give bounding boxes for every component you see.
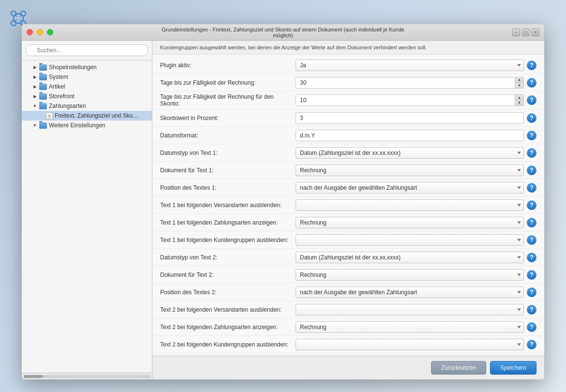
form-row-datumstyp-text1: Datumstyp von Text 1:Datum (Zahlungsziel… (152, 144, 544, 162)
form-label-position-text2: Position des Textes 2: (160, 289, 296, 296)
titlebar-close-icon[interactable]: × (532, 29, 539, 36)
select-zahlungsarten-text1[interactable]: Rechnung (296, 217, 524, 228)
input-skontowert[interactable] (296, 112, 524, 124)
select-zahlungsarten-text2[interactable]: Rechnung (296, 321, 524, 333)
select-datumstyp-text1[interactable]: Datum (Zahlungsziel ist der xx.xx.xxxx)A… (296, 147, 524, 159)
scrollbar-thumb[interactable] (24, 375, 43, 378)
sidebar-item-freitext[interactable]: ▤ Freitext, Zahlungsziel und Sko... (22, 111, 152, 121)
sidebar-item-zahlungsarten[interactable]: ▼ Zahlungsarten (22, 101, 152, 111)
spinner-input-tage-faelligkeit[interactable] (296, 77, 524, 89)
select-kundengruppen-text1[interactable] (296, 234, 524, 246)
form-row-tage-faelligkeit: Tage bis zur Fälligkeit der Rechnung:▲▼? (152, 74, 544, 91)
titlebar-window-controls: − □ × (512, 29, 539, 36)
form-row-dokument-text2: Dokument für Text 2:RechnungLieferschein… (152, 266, 544, 284)
select-wrap-datumstyp-text1: Datum (Zahlungsziel ist der xx.xx.xxxx)A… (296, 147, 524, 159)
form-row-versandarten-text1: Text 1 bei folgenden Versandarten ausble… (152, 196, 544, 214)
sidebar-item-storefront[interactable]: ▶ Storefront (22, 91, 152, 101)
select-position-text1[interactable]: nach der Ausgabe der gewählten Zahlungsa… (296, 182, 524, 194)
help-button-kundengruppen-text2[interactable]: ? (527, 340, 536, 349)
form-row-skontowert: Skontowert in Prozent:? (152, 109, 544, 127)
sidebar-item-system[interactable]: ▶ System (22, 72, 152, 82)
close-button[interactable] (27, 29, 33, 35)
help-button-skontowert[interactable]: ? (527, 113, 536, 123)
help-button-datumsformat[interactable]: ? (527, 131, 536, 140)
form-label-datumstyp-text2: Datumstyp von Text 2: (160, 254, 296, 261)
sidebar-item-artikel[interactable]: ▶ Artikel (22, 82, 152, 91)
help-button-plugin-aktiv[interactable]: ? (527, 60, 536, 70)
form-label-zahlungsarten-text2: Text 2 bei folgenden Zahlungsarten anzei… (160, 324, 296, 331)
minimize-button[interactable] (37, 29, 43, 35)
main-window: Grundeinstellungen - Freitext, Zahlungsz… (22, 24, 544, 379)
titlebar-restore-icon[interactable]: □ (522, 29, 530, 36)
form-label-kundengruppen-text1: Text 1 bei folgenden Kundengruppen ausbl… (160, 237, 296, 243)
maximize-button[interactable] (47, 29, 53, 35)
form-row-tage-skonto: Tage bis zur Fälligkeit der Rechnung für… (152, 91, 544, 109)
help-button-dokument-text2[interactable]: ? (527, 270, 536, 280)
form-label-tage-faelligkeit: Tage bis zur Fälligkeit der Rechnung: (160, 79, 296, 86)
expander-icon: ▼ (31, 103, 38, 109)
help-button-dokument-text1[interactable]: ? (527, 166, 536, 175)
sidebar-item-shopeinstellungen[interactable]: ▶ Shopeinstellungen (22, 62, 152, 72)
select-kundengruppen-text2[interactable] (296, 339, 524, 350)
select-dokument-text1[interactable]: RechnungLieferscheinAngebot (296, 165, 524, 176)
select-versandarten-text1[interactable] (296, 199, 524, 211)
select-wrap-datumstyp-text2: Datum (Zahlungsziel ist der xx.xx.xxxx)A… (296, 252, 524, 263)
select-wrap-position-text2: nach der Ausgabe der gewählten Zahlungsa… (296, 286, 524, 298)
help-button-tage-faelligkeit[interactable]: ? (527, 78, 536, 88)
titlebar-minimize-icon[interactable]: − (512, 29, 520, 36)
svg-line-5 (16, 15, 17, 17)
help-button-kundengruppen-text1[interactable]: ? (527, 235, 536, 245)
help-button-zahlungsarten-text2[interactable]: ? (527, 322, 536, 332)
help-button-zahlungsarten-text1[interactable]: ? (527, 218, 536, 227)
help-button-datumstyp-text2[interactable]: ? (527, 253, 536, 262)
spinner-up-tage-skonto[interactable]: ▲ (515, 95, 523, 101)
sidebar-scrollbar[interactable] (22, 373, 152, 379)
select-position-text2[interactable]: nach der Ausgabe der gewählten Zahlungsa… (296, 286, 524, 298)
input-datumsformat[interactable] (296, 130, 524, 141)
help-button-position-text2[interactable]: ? (527, 287, 536, 297)
spinner-wrap-tage-faelligkeit: ▲▼ (296, 77, 524, 89)
form-control-position-text2: nach der Ausgabe der gewählten Zahlungsa… (296, 286, 536, 298)
select-wrap-dokument-text1: RechnungLieferscheinAngebot (296, 165, 524, 176)
select-datumstyp-text2[interactable]: Datum (Zahlungsziel ist der xx.xx.xxxx)A… (296, 252, 524, 263)
spinner-down-tage-faelligkeit[interactable]: ▼ (515, 83, 523, 88)
expander-icon: ▶ (31, 74, 38, 80)
form-row-datumstyp-text2: Datumstyp von Text 2:Datum (Zahlungsziel… (152, 249, 544, 266)
help-button-versandarten-text1[interactable]: ? (527, 200, 536, 210)
form-label-plugin-aktiv: Plugin aktiv: (160, 62, 296, 69)
folder-icon (39, 93, 47, 100)
form-label-skontowert: Skontowert in Prozent: (160, 115, 296, 121)
reset-button[interactable]: Zurücksetzen (431, 361, 486, 375)
top-note: Kundengruppen ausgewählt werden, bei den… (152, 41, 544, 55)
help-button-position-text1[interactable]: ? (527, 183, 536, 193)
help-button-datumstyp-text1[interactable]: ? (527, 148, 536, 158)
spinner-up-tage-faelligkeit[interactable]: ▲ (515, 77, 523, 83)
search-input[interactable] (26, 45, 148, 56)
select-wrap-zahlungsarten-text2: Rechnung (296, 321, 524, 333)
form-control-datumsformat: ? (296, 130, 536, 141)
select-versandarten-text2[interactable] (296, 304, 524, 316)
folder-icon (39, 103, 47, 109)
select-wrap-versandarten-text1 (296, 199, 524, 211)
folder-icon (39, 84, 47, 90)
select-wrap-dokument-text2: RechnungLieferschein (296, 269, 524, 281)
select-plugin-aktiv[interactable]: JaNein (296, 60, 524, 71)
spinner-input-tage-skonto[interactable] (296, 94, 524, 106)
folder-icon (39, 64, 47, 71)
form-control-tage-faelligkeit: ▲▼? (296, 77, 536, 89)
select-wrap-versandarten-text2 (296, 304, 524, 316)
window-title: Grundeinstellungen - Freitext, Zahlungsz… (152, 27, 414, 38)
sidebar-item-label: Storefront (49, 93, 74, 100)
save-button[interactable]: Speichern (490, 361, 536, 375)
sidebar-item-weitere[interactable]: ▼ Weitere Einstellungen (22, 121, 152, 130)
form-label-zahlungsarten-text1: Text 1 bei folgenden Zahlungsarten anzei… (160, 219, 296, 226)
form-control-skontowert: ? (296, 112, 536, 124)
expander-icon: ▼ (31, 122, 38, 129)
form-label-versandarten-text1: Text 1 bei folgenden Versandarten ausble… (160, 202, 296, 209)
form-row-zahlungsarten-text1: Text 1 bei folgenden Zahlungsarten anzei… (152, 214, 544, 231)
spinner-down-tage-skonto[interactable]: ▼ (515, 101, 523, 106)
form-area: Plugin aktiv:JaNein?Tage bis zur Fälligk… (152, 55, 544, 356)
help-button-tage-skonto[interactable]: ? (527, 95, 536, 105)
help-button-versandarten-text2[interactable]: ? (527, 305, 536, 315)
select-dokument-text2[interactable]: RechnungLieferschein (296, 269, 524, 281)
